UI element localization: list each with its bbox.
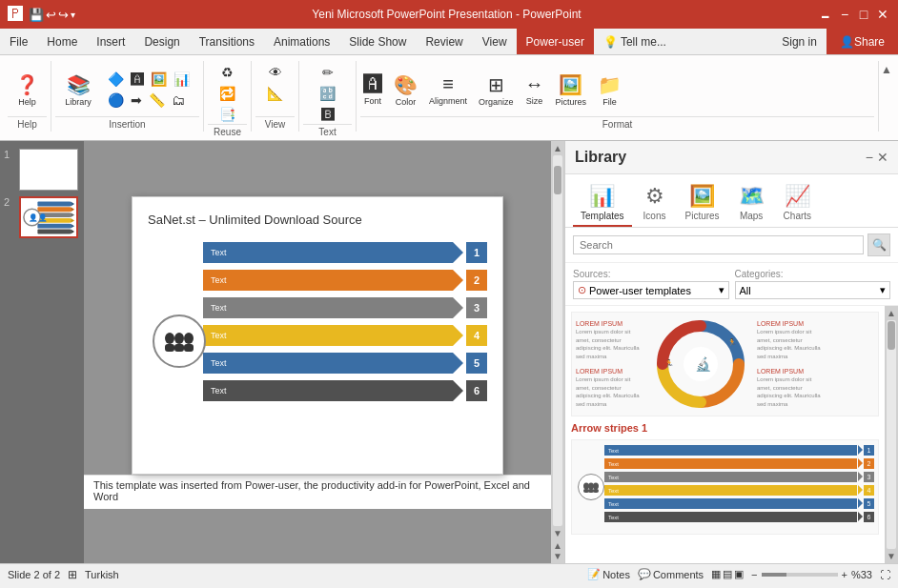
arrow-tip-5 <box>453 353 463 374</box>
slide-thumbnail-1[interactable]: 1 <box>4 149 80 191</box>
scroll-down-arrow[interactable]: ▼ <box>553 528 562 538</box>
menu-tell-me[interactable]: 💡Tell me... <box>594 29 676 54</box>
ribbon-reuse-btn2[interactable]: 🔁 <box>216 84 238 103</box>
ribbon-text-btn1[interactable]: ✏ <box>319 63 337 82</box>
ribbon-library-button[interactable]: 📚 Library <box>55 71 101 109</box>
menu-file[interactable]: File <box>0 29 37 54</box>
library-tab-maps[interactable]: 🗺️ Maps <box>731 180 772 227</box>
ribbon-collapse-button[interactable]: 🗕 <box>818 7 833 22</box>
ribbon-view-btn2[interactable]: 📐 <box>264 84 286 103</box>
lib-scroll-track[interactable] <box>887 320 896 549</box>
ribbon-organize-button[interactable]: ⊞ Organize <box>476 71 517 109</box>
ribbon-image-button[interactable]: 🖼️ <box>148 70 170 89</box>
ribbon-arrow-button[interactable]: ➡ <box>128 91 145 110</box>
ribbon-shapes-button[interactable]: 🔷 <box>105 70 127 89</box>
menu-transitions[interactable]: Transitions <box>190 29 264 54</box>
canvas-vscrollbar[interactable]: ▲ ▼ ▲ ▼ <box>551 141 564 563</box>
categories-select[interactable]: All ▾ <box>735 281 891 299</box>
menu-design[interactable]: Design <box>134 29 189 54</box>
library-search-button[interactable]: 🔍 <box>867 233 890 256</box>
ribbon-icon-button[interactable]: 🔵 <box>105 91 127 110</box>
outline-view-button[interactable]: ▤ <box>723 568 732 580</box>
menu-poweruser[interactable]: Power-user <box>517 29 594 54</box>
mini-arrow-row-3: Text 3 <box>604 471 874 483</box>
scroll-track[interactable] <box>553 155 562 526</box>
arrow-row-3: Text 3 <box>203 295 487 320</box>
lib-scroll-down[interactable]: ▼ <box>887 551 896 561</box>
window-title: Yeni Microsoft PowerPoint Presentation -… <box>75 8 818 21</box>
minimize-button[interactable]: − <box>837 7 852 22</box>
save-button[interactable]: 💾 <box>29 8 44 22</box>
notes-button[interactable]: 📝Notes <box>587 568 630 580</box>
ribbon-size-button[interactable]: ↔ Size <box>522 71 547 108</box>
lib-scroll-thumb[interactable] <box>888 321 895 350</box>
ribbon-font-button[interactable]: 🅰 Font <box>360 71 385 108</box>
library-minimize-button[interactable]: − <box>866 150 873 165</box>
slide-image-1[interactable] <box>19 149 78 191</box>
ribbon-help-button[interactable]: ❓ Help <box>12 71 42 109</box>
library-tab-icons[interactable]: ⚙ Icons <box>636 180 674 227</box>
menu-view[interactable]: View <box>473 29 517 54</box>
quick-access-toolbar: 💾 ↩ ↪ ▾ <box>29 8 75 22</box>
ribbon-reuse-btn1[interactable]: ♻ <box>218 63 236 82</box>
lib-scroll-up[interactable]: ▲ <box>887 308 896 318</box>
arrow-row-1: Text 1 <box>203 240 487 265</box>
bottom-note-text: This template was inserted from Power-us… <box>93 479 530 502</box>
slideshow-view-button[interactable]: ▣ <box>734 568 744 580</box>
zoom-in-button[interactable]: + <box>842 569 847 580</box>
maximize-button[interactable]: □ <box>856 7 871 22</box>
menu-share[interactable]: 👤 Share <box>827 29 898 54</box>
menu-review[interactable]: Review <box>416 29 472 54</box>
zoom-out-button[interactable]: − <box>751 569 757 580</box>
template-preview-2[interactable]: Text 1 Text 2 Text 3 <box>571 439 879 535</box>
ribbon-table-button[interactable]: 🗂 <box>169 91 188 110</box>
menu-animations[interactable]: Animations <box>264 29 339 54</box>
close-button[interactable]: ✕ <box>875 7 890 22</box>
scroll-extra-up[interactable]: ▲ <box>553 540 562 551</box>
fit-page-button[interactable]: ⛶ <box>880 569 890 580</box>
ribbon-alignment-button[interactable]: ≡ Alignment <box>426 71 470 108</box>
comments-button[interactable]: 💬Comments <box>638 568 704 580</box>
slide-thumbnail-2[interactable]: 2 👤👤 <box>4 196 80 238</box>
ribbon-text-button[interactable]: 🅰 <box>128 70 147 89</box>
arrow-body-5: Text <box>203 353 453 374</box>
slide-view-icon[interactable]: ⊞ <box>68 568 77 581</box>
library-content-wrapper: LOREM IPSUMLorem ipsum dolor sit amet, c… <box>565 306 898 563</box>
ribbon-color-button[interactable]: 🎨 Color <box>391 71 420 109</box>
library-vscrollbar[interactable]: ▲ ▼ <box>885 306 898 563</box>
menu-slideshow[interactable]: Slide Show <box>339 29 416 54</box>
arrow-row-2: Text 2 <box>203 268 487 293</box>
scroll-up-arrow[interactable]: ▲ <box>553 143 562 153</box>
slide-image-2[interactable]: 👤👤 <box>19 196 78 238</box>
normal-view-button[interactable]: ▦ <box>711 568 721 580</box>
menu-signin[interactable]: Sign in <box>772 29 827 54</box>
library-tab-pictures[interactable]: 🖼️ Pictures <box>677 180 726 227</box>
zoom-slider[interactable] <box>762 573 838 577</box>
ribbon-text-btn2[interactable]: 🔡 <box>316 84 338 103</box>
template-preview-1[interactable]: LOREM IPSUMLorem ipsum dolor sit amet, c… <box>571 312 879 416</box>
library-search-input[interactable] <box>573 235 864 254</box>
ribbon-line-button[interactable]: 📏 <box>146 91 168 110</box>
sources-select[interactable]: ⊙ Power-user templates ▾ <box>573 281 729 299</box>
redo-button[interactable]: ↪ <box>58 8 69 22</box>
ribbon-reuse-btn3[interactable]: 📑 <box>216 105 238 124</box>
slide-content[interactable]: SaNet.st – Unlimited Download Source <box>132 196 503 475</box>
menu-home[interactable]: Home <box>37 29 87 54</box>
ribbon-text-btn3[interactable]: 🅱 <box>318 105 337 124</box>
undo-button[interactable]: ↩ <box>46 8 56 22</box>
ribbon-chart-button[interactable]: 📊 <box>171 70 193 89</box>
ribbon-group-text-label: Text <box>303 124 352 137</box>
scroll-extra-down[interactable]: ▼ <box>553 551 562 561</box>
arrow-num-3: 3 <box>466 297 487 318</box>
ribbon-collapse-arrow[interactable]: ▲ <box>881 63 892 76</box>
ribbon-view-btn1[interactable]: 👁 <box>266 63 285 82</box>
svg-text:🏃: 🏃 <box>727 337 737 347</box>
library-tab-templates[interactable]: 📊 Templates <box>573 180 632 227</box>
library-tab-charts[interactable]: 📈 Charts <box>776 180 819 227</box>
ribbon-file-button[interactable]: 📁 File <box>595 71 624 109</box>
menu-insert[interactable]: Insert <box>87 29 134 54</box>
scroll-thumb[interactable] <box>554 166 561 194</box>
ribbon-pictures-button[interactable]: 🖼️ Pictures <box>553 71 590 109</box>
library-close-button[interactable]: ✕ <box>877 150 888 165</box>
slide-panel: 1 2 <box>0 141 84 563</box>
